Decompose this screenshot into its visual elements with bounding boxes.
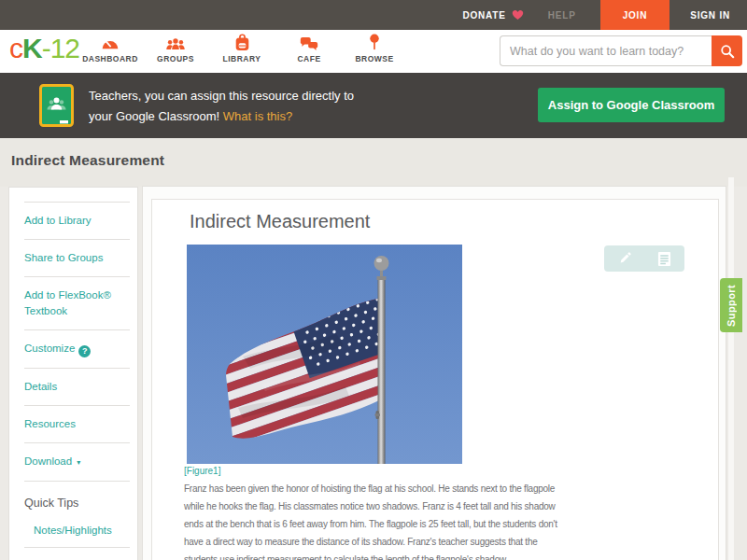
groups-icon	[148, 34, 204, 51]
banner-text: Teachers, you can assign this resource d…	[89, 86, 354, 127]
donate-label: DONATE	[462, 10, 505, 21]
ck12-logo[interactable]: cK-12	[9, 33, 79, 64]
document-icon	[657, 251, 671, 267]
lesson-paragraph: Franz has been given the honor of hoisti…	[184, 480, 707, 560]
classroom-banner: Teachers, you can assign this resource d…	[0, 73, 747, 138]
browse-icon	[346, 34, 402, 51]
figure-caption-link[interactable]: [Figure1]	[184, 466, 220, 476]
edit-button[interactable]	[604, 245, 644, 272]
paragraph-line: have a direct way to measure the distanc…	[184, 533, 707, 551]
what-is-this-link[interactable]: What is this?	[223, 109, 292, 123]
banner-line2: your Google Classroom!	[89, 109, 219, 123]
edit-toolbar	[604, 245, 684, 272]
question-badge-icon[interactable]: ?	[78, 345, 91, 357]
support-tab[interactable]: Support	[720, 278, 742, 332]
chevron-down-icon: ▾	[77, 458, 80, 467]
lesson-heading: Indirect Measurement	[190, 211, 370, 232]
banner-line1: Teachers, you can assign this resource d…	[89, 86, 354, 106]
sidebar-item-notes-highlights[interactable]: Notes/Highlights	[24, 515, 130, 548]
pencil-icon	[618, 252, 631, 265]
heart-icon	[512, 9, 524, 21]
search-input[interactable]	[500, 35, 712, 66]
details-button[interactable]	[644, 245, 684, 272]
assign-to-classroom-button[interactable]: Assign to Google Classroom	[538, 88, 725, 122]
search-bar	[500, 35, 742, 66]
library-icon	[214, 34, 270, 51]
title-strip: Indirect Measurement	[0, 138, 747, 187]
nav-browse[interactable]: BROWSE	[346, 34, 402, 71]
help-link[interactable]: HELP	[548, 0, 576, 30]
search-button[interactable]	[712, 35, 742, 66]
nav-groups[interactable]: GROUPS	[148, 34, 204, 71]
paragraph-line: ends at the bench that is 6 feet away fr…	[184, 515, 707, 533]
sidebar-item-details[interactable]: Details	[24, 369, 130, 406]
nav-library[interactable]: LIBRARY	[214, 34, 270, 71]
sidebar-item-add-to-library[interactable]: Add to Library	[24, 203, 130, 240]
sign-in-link[interactable]: SIGN IN	[690, 0, 730, 30]
nav-dashboard[interactable]: DASHBOARD	[82, 34, 138, 71]
paragraph-line: students use indirect measurement to cal…	[184, 551, 707, 560]
cafe-icon	[281, 34, 337, 51]
flag-figure-image[interactable]	[187, 245, 462, 464]
page-title: Indirect Measurement	[11, 152, 164, 169]
scrollbar-track[interactable]	[728, 177, 734, 560]
paragraph-line: while he hooks the flag. His classmates …	[184, 497, 707, 515]
top-bar: DONATE HELP JOIN SIGN IN	[0, 0, 747, 30]
sidebar-item-download[interactable]: Download▾	[24, 443, 130, 482]
main-nav: cK-12 DASHBOARD GROUPS LIBRARY CAFE	[0, 30, 747, 73]
google-classroom-icon	[39, 84, 74, 127]
paragraph-line: Franz has been given the honor of hoisti…	[184, 480, 707, 497]
sidebar-item-customize[interactable]: Customize?	[24, 330, 130, 369]
join-button[interactable]: JOIN	[600, 0, 670, 30]
donate-link[interactable]: DONATE	[462, 0, 523, 30]
dashboard-icon	[82, 34, 138, 51]
sidebar-item-share-to-groups[interactable]: Share to Groups	[24, 240, 130, 277]
sidebar-item-add-to-flexbook[interactable]: Add to FlexBook® Textbook	[24, 277, 130, 330]
sidebar-item-resources[interactable]: Resources	[24, 406, 130, 443]
page: DONATE HELP JOIN SIGN IN cK-12 DASHBOARD…	[0, 0, 747, 560]
search-icon	[720, 44, 735, 59]
sidebar: Add to Library Share to Groups Add to Fl…	[8, 187, 138, 560]
nav-cafe[interactable]: CAFE	[281, 34, 337, 71]
quick-tips-heading: Quick Tips	[24, 482, 130, 515]
